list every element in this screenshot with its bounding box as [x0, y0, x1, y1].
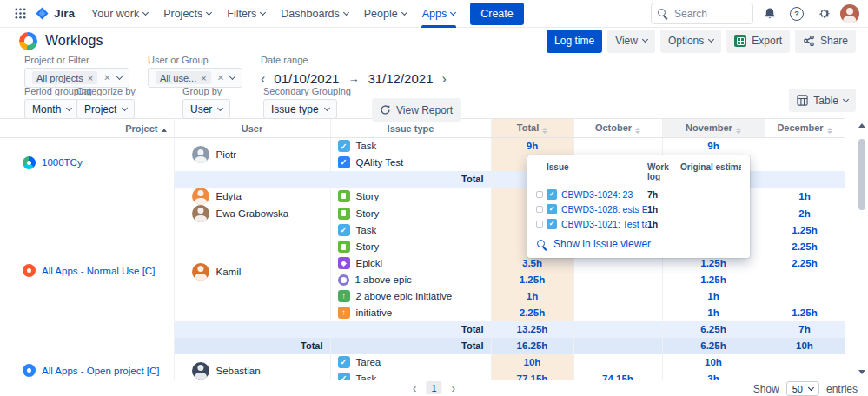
date-from[interactable]: 01/10/2021 — [274, 71, 339, 86]
cell-october[interactable] — [573, 138, 662, 155]
cell-total[interactable]: 10h — [491, 354, 573, 371]
expand-icon[interactable] — [536, 191, 543, 198]
cell-december[interactable]: 1.25h — [765, 222, 845, 239]
secondary-grouping-select[interactable]: Issue type — [263, 99, 337, 119]
cell-total[interactable]: 2.25h — [491, 305, 573, 321]
cell-october[interactable] — [573, 338, 662, 354]
column-header-november[interactable]: November — [662, 119, 765, 138]
export-button[interactable]: Export — [726, 30, 790, 53]
view-mode-button[interactable]: Table — [789, 89, 856, 112]
cell-november[interactable]: 9h — [662, 138, 765, 155]
cell-december[interactable]: 2h — [765, 205, 845, 222]
nav-apps[interactable]: Apps — [414, 0, 464, 28]
cell-december[interactable] — [765, 288, 845, 305]
nav-projects[interactable]: Projects — [156, 0, 219, 28]
project-avatar-icon — [23, 364, 36, 377]
project-link[interactable]: 1000TCy — [23, 156, 83, 169]
chevron-down-icon — [324, 104, 330, 110]
show-in-issue-viewer-link[interactable]: Show in issue viewer — [536, 238, 741, 250]
scroll-down-icon[interactable] — [858, 370, 865, 374]
cell-december[interactable] — [765, 272, 845, 288]
view-report-button[interactable]: View Report — [372, 98, 461, 122]
settings-button[interactable] — [813, 3, 834, 24]
view-button[interactable]: View — [607, 30, 655, 53]
nav-people[interactable]: People — [356, 0, 414, 28]
issue-type-label: 2 above epic Initiative — [356, 291, 453, 301]
period-grouping-select[interactable]: Month — [24, 99, 79, 119]
next-page-icon[interactable] — [452, 382, 456, 394]
scrollbar-thumb[interactable] — [858, 139, 865, 210]
cell-december[interactable] — [765, 354, 845, 371]
cell-december[interactable]: 10h — [765, 338, 845, 354]
project-filter-tag[interactable]: All projects — [32, 71, 97, 84]
cell-december[interactable]: 2.25h — [765, 255, 845, 272]
cell-october[interactable] — [573, 305, 662, 321]
cell-total[interactable]: 9h — [491, 138, 573, 155]
column-header-user[interactable]: User — [174, 119, 330, 138]
cell-december[interactable] — [765, 155, 845, 171]
options-button[interactable]: Options — [660, 30, 721, 53]
scroll-up-icon[interactable] — [858, 123, 865, 128]
cell-november[interactable]: 1.25h — [662, 272, 765, 288]
expand-icon[interactable] — [536, 206, 543, 213]
project-link[interactable]: All Apps - Open project [C] — [23, 364, 160, 377]
user-filter-tag[interactable]: All use... — [156, 71, 211, 84]
cell-december[interactable] — [765, 171, 845, 188]
cell-total[interactable]: 1.25h — [491, 272, 573, 288]
cell-total[interactable]: 16.25h — [491, 338, 573, 354]
cell-total[interactable]: 77.15h — [491, 371, 573, 380]
nav-dashboards[interactable]: Dashboards — [273, 0, 355, 28]
previous-page-icon[interactable] — [413, 382, 417, 394]
cell-december[interactable] — [765, 138, 845, 155]
user-filter-select[interactable]: All use... — [148, 68, 242, 88]
cell-october[interactable]: 74.15h — [573, 371, 662, 380]
previous-period-icon[interactable] — [261, 72, 265, 86]
nav-filters[interactable]: Filters — [219, 0, 273, 28]
cell-october[interactable] — [573, 272, 662, 288]
next-period-icon[interactable] — [441, 72, 446, 86]
user-profile-avatar[interactable] — [840, 4, 859, 23]
categorize-by-select[interactable]: Project — [76, 99, 135, 119]
issue-link[interactable]: CBWD3-1028: ests EDITED — [547, 204, 647, 214]
cell-october[interactable] — [573, 321, 662, 338]
issue-link[interactable]: CBWD3-1024: 23 — [547, 189, 647, 200]
cell-december[interactable]: 1.25h — [765, 305, 845, 321]
issue-link[interactable]: CBWD3-1021: Test task — [547, 219, 647, 229]
expand-icon[interactable] — [536, 221, 543, 228]
notifications-button[interactable] — [759, 3, 780, 24]
cell-november[interactable]: 6.25h — [662, 321, 765, 338]
cell-november[interactable]: 10h — [662, 354, 765, 371]
jira-logo[interactable]: Jira — [31, 6, 83, 21]
nav-your-work[interactable]: Your work — [83, 0, 156, 28]
group-by-select[interactable]: User — [182, 99, 230, 119]
column-header-total[interactable]: Total — [491, 119, 573, 138]
clear-icon[interactable] — [217, 74, 224, 82]
vertical-scrollbar[interactable] — [858, 120, 866, 378]
cell-december[interactable]: 1h — [765, 188, 845, 205]
cell-october[interactable] — [573, 288, 662, 305]
create-button[interactable]: Create — [470, 3, 524, 25]
share-button[interactable]: Share — [795, 30, 856, 53]
cell-november[interactable]: 6.25h — [662, 338, 765, 354]
cell-october[interactable] — [573, 354, 662, 371]
cell-december[interactable]: 7h — [765, 321, 845, 338]
log-time-button[interactable]: Log time — [547, 30, 602, 53]
page-size-select[interactable]: 50 — [786, 381, 819, 396]
app-switcher-icon[interactable] — [9, 2, 31, 26]
project-filter-select[interactable]: All projects — [24, 68, 129, 88]
column-header-october[interactable]: October — [573, 119, 662, 138]
cell-total[interactable]: 1h — [491, 288, 573, 305]
project-link[interactable]: All Apps - Normal Use [C] — [23, 264, 155, 277]
help-button[interactable] — [786, 3, 807, 24]
cell-november[interactable]: 1h — [662, 288, 765, 305]
current-page-button[interactable]: 1 — [427, 381, 442, 394]
cell-november[interactable]: 3h — [662, 371, 765, 380]
column-header-december[interactable]: December — [765, 119, 845, 138]
date-to[interactable]: 31/12/2021 — [368, 71, 433, 86]
cell-december[interactable]: 2.25h — [765, 239, 845, 255]
cell-november[interactable]: 1h — [662, 305, 765, 321]
column-header-project[interactable]: Project — [0, 119, 174, 138]
cell-december[interactable] — [765, 371, 845, 380]
cell-total[interactable]: 13.25h — [491, 321, 573, 338]
clear-icon[interactable] — [103, 74, 110, 82]
